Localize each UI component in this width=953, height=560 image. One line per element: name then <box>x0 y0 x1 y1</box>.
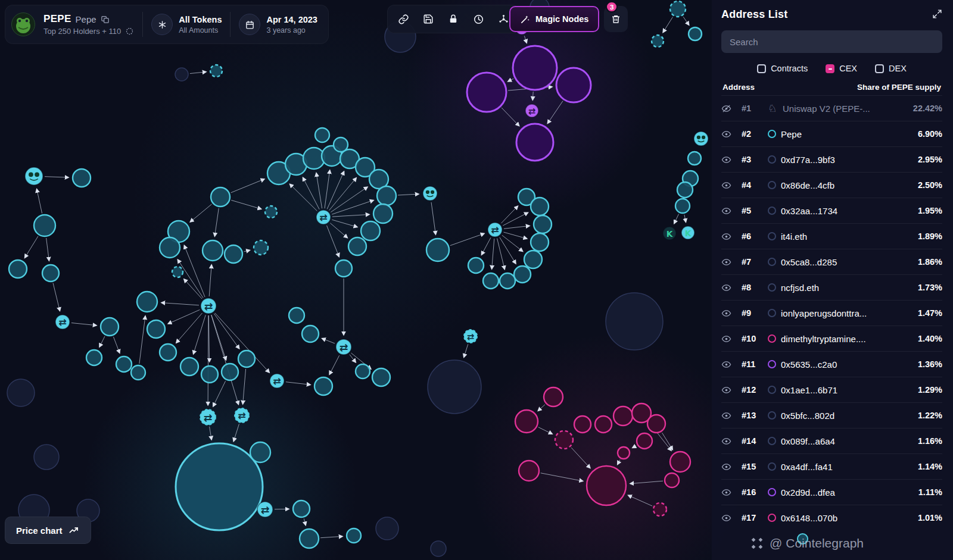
price-chart-button[interactable]: Price chart <box>5 517 91 544</box>
share-label: 1.40% <box>918 334 942 343</box>
address-row[interactable]: #1 ♘ Uniswap V2 (PEPE-... 22.42% <box>721 95 942 121</box>
share-label: 1.86% <box>918 257 942 267</box>
filter-checkbox[interactable]: DEX <box>875 64 907 73</box>
address-row[interactable]: #3 ♘ 0xd77a...9bf3 2.95% <box>721 146 942 172</box>
address-row[interactable]: #12 ♘ 0x1ae1...6b71 1.29% <box>721 377 942 402</box>
rank-label: #2 <box>742 129 763 139</box>
filter-checkbox[interactable]: CEX <box>826 64 857 73</box>
eye-toggle[interactable] <box>721 385 737 395</box>
address-label: 0x6148...070b <box>781 513 913 523</box>
eye-toggle[interactable] <box>721 104 737 114</box>
filter-label: CEX <box>839 64 857 73</box>
expand-icon <box>932 9 942 19</box>
token-avatar[interactable] <box>11 12 35 36</box>
date-filter-button[interactable]: Apr 14, 2023 3 years ago <box>239 14 317 35</box>
eye-toggle[interactable] <box>721 487 737 498</box>
eye-toggle[interactable] <box>721 129 737 139</box>
filter-checkbox[interactable]: Contracts <box>757 64 808 73</box>
magic-nodes-button[interactable]: Magic Nodes <box>509 6 599 32</box>
eye-toggle[interactable] <box>721 283 737 293</box>
address-label: ionlyaperugsdonttra... <box>781 308 913 318</box>
share-label: 1.14% <box>918 462 942 471</box>
uniswap-icon: ♘ <box>768 104 778 114</box>
expand-panel-button[interactable] <box>932 9 942 21</box>
date-title: Apr 14, 2023 <box>266 15 317 24</box>
eye-toggle[interactable] <box>721 359 737 370</box>
share-label: 1.47% <box>918 308 942 318</box>
watermark-text: @ Cointelegraph <box>770 536 864 550</box>
address-row[interactable]: #4 ♘ 0x86de...4cfb 2.50% <box>721 172 942 198</box>
address-row[interactable]: #10 ♘ dimethyltryptamine.... 1.40% <box>721 326 942 351</box>
rank-label: #16 <box>742 487 763 497</box>
share-label: 1.16% <box>918 436 942 446</box>
copy-address-button[interactable] <box>101 15 110 24</box>
map-toolbar <box>387 5 519 33</box>
eye-toggle[interactable] <box>721 155 737 165</box>
address-label: 0x1ae1...6b71 <box>781 385 913 395</box>
address-label: 0x32aa...1734 <box>781 206 913 216</box>
eye-toggle[interactable] <box>721 411 737 421</box>
search-input[interactable] <box>721 30 942 53</box>
asterisk-icon <box>151 14 173 35</box>
refresh-button[interactable] <box>125 27 134 36</box>
clock-icon <box>473 14 484 25</box>
holder-color-ring <box>768 207 776 215</box>
header-divider <box>230 12 231 37</box>
rank-label: #1 <box>742 104 763 113</box>
address-label: Pepe <box>781 129 913 139</box>
nodes-cluster-icon <box>498 14 509 25</box>
address-row[interactable]: #13 ♘ 0x5bfc...802d 1.22% <box>721 402 942 428</box>
address-row[interactable]: #11 ♘ 0x5635...c2a0 1.36% <box>721 351 942 377</box>
magic-wand-icon <box>520 14 530 24</box>
address-row[interactable]: #2 ♘ Pepe 6.90% <box>721 121 942 146</box>
address-row[interactable]: #16 ♘ 0x2d9d...dfea 1.11% <box>721 479 942 505</box>
eye-toggle[interactable] <box>721 462 737 472</box>
share-label: 1.29% <box>918 385 942 395</box>
refresh-icon <box>125 27 134 36</box>
address-row[interactable]: #15 ♘ 0xa4df...fa41 1.14% <box>721 453 942 479</box>
address-row[interactable]: #17 ♘ 0x6148...070b 1.01% <box>721 505 942 530</box>
checkbox-icon[interactable] <box>875 64 884 73</box>
eye-toggle[interactable] <box>721 308 737 318</box>
rank-label: #15 <box>742 462 763 471</box>
address-label: it4i.eth <box>781 231 913 242</box>
address-row[interactable]: #5 ♘ 0x32aa...1734 1.95% <box>721 198 942 223</box>
eye-toggle[interactable] <box>721 231 737 242</box>
filter-label: Contracts <box>771 64 808 73</box>
history-button[interactable] <box>468 8 489 30</box>
eye-toggle[interactable] <box>721 436 737 446</box>
address-row[interactable]: #7 ♘ 0x5ca8...d285 1.86% <box>721 249 942 274</box>
calendar-icon <box>239 14 260 35</box>
address-row[interactable]: #9 ♘ ionlyaperugsdonttra... 1.47% <box>721 300 942 326</box>
rank-label: #17 <box>742 513 763 523</box>
eye-toggle[interactable] <box>721 513 737 523</box>
holder-color-ring <box>768 334 776 343</box>
header-divider <box>142 12 143 37</box>
eye-icon <box>721 513 731 523</box>
token-amount-filter-button[interactable]: All Tokens All Amounts <box>151 14 222 35</box>
watermark: @ Cointelegraph <box>750 536 864 550</box>
address-row[interactable]: #14 ♘ 0x089f...a6a4 1.16% <box>721 428 942 453</box>
share-label: 1.36% <box>918 359 942 369</box>
address-label: 0x2d9d...dfea <box>781 487 914 498</box>
share-link-button[interactable] <box>393 8 414 30</box>
rank-label: #8 <box>742 283 763 292</box>
rank-label: #12 <box>742 385 763 395</box>
eye-icon <box>721 283 731 293</box>
share-label: 1.73% <box>918 283 942 292</box>
eye-toggle[interactable] <box>721 334 737 344</box>
holder-color-ring <box>768 514 776 522</box>
save-button[interactable] <box>418 8 439 30</box>
checkbox-icon[interactable] <box>826 64 834 73</box>
checkbox-icon[interactable] <box>757 64 766 73</box>
address-row[interactable]: #8 ♘ ncfjsd.eth 1.73% <box>721 274 942 300</box>
address-row[interactable]: #6 ♘ it4i.eth 1.89% <box>721 223 942 249</box>
eye-toggle[interactable] <box>721 257 737 267</box>
address-label: 0x5ca8...d285 <box>781 257 913 267</box>
magic-nodes-label: Magic Nodes <box>535 14 588 24</box>
lock-button[interactable] <box>443 8 464 30</box>
holder-color-ring <box>768 258 776 266</box>
eye-toggle[interactable] <box>721 206 737 216</box>
eye-toggle[interactable] <box>721 180 737 190</box>
holder-color-ring <box>768 130 776 138</box>
